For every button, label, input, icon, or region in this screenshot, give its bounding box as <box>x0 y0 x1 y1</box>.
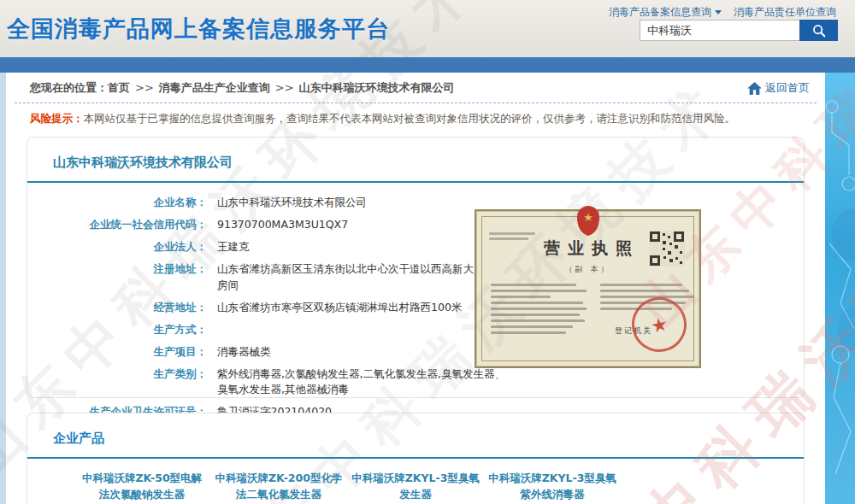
home-icon <box>747 82 762 95</box>
breadcrumb-separator: >> <box>275 81 294 94</box>
top-nav: 消毒产品备案信息查询 消毒产品责任单位查询 <box>609 5 836 20</box>
decorative-side-background <box>825 73 855 504</box>
breadcrumb: 您现在的位置：首页>>消毒产品生产企业查询>>山东中科瑞沃环境技术有限公司 <box>30 80 455 96</box>
field-label: 企业法人： <box>27 239 207 255</box>
field-value: 王建克 <box>217 239 250 255</box>
products-section-title: 企业产品 <box>27 413 804 447</box>
field-row-production-category: 生产类别： 紫外线消毒器,次氯酸钠发生器,二氧化氯发生器,臭氧发生器、臭氧水发生… <box>27 363 804 401</box>
product-link-zkyl3-ozone[interactable]: 中科瑞沃牌ZKYL-3型臭氧发生器 <box>351 470 481 503</box>
main-content: 您现在的位置：首页>>消毒产品生产企业查询>>山东中科瑞沃环境技术有限公司 返回… <box>0 73 825 504</box>
search-box <box>640 20 838 41</box>
panel-title-underline <box>27 181 804 183</box>
national-emblem-icon: ★ <box>574 203 603 239</box>
field-label: 企业名称： <box>27 195 207 210</box>
product-list: 中科瑞沃牌ZK-50型电解法次氯酸钠发生器 中科瑞沃牌ZK-200型化学法二氧化… <box>77 470 804 503</box>
return-home-link[interactable]: 返回首页 <box>747 80 810 96</box>
seal-star-icon: ★ <box>649 313 670 337</box>
header-divider-bar <box>0 57 855 73</box>
field-value: 山东中科瑞沃环境技术有限公司 <box>217 195 367 210</box>
field-label: 生产项目： <box>27 344 207 360</box>
search-button[interactable] <box>799 20 838 41</box>
page-header: 全国消毒产品网上备案信息服务平台 消毒产品备案信息查询 消毒产品责任单位查询 <box>0 0 855 57</box>
field-label: 生产类别： <box>27 366 207 397</box>
field-value: 91370700MA3M3U1QX7 <box>217 217 348 232</box>
products-panel: 企业产品 中科瑞沃牌ZK-50型电解法次氯酸钠发生器 中科瑞沃牌ZK-200型化… <box>27 413 805 504</box>
breadcrumb-home-link[interactable]: 首页 <box>108 81 130 94</box>
nav-record-info-query-label: 消毒产品备案信息查询 <box>609 5 711 20</box>
nav-responsible-unit-query[interactable]: 消毒产品责任单位查询 <box>734 5 836 20</box>
breadcrumb-category-link[interactable]: 消毒产品生产企业查询 <box>159 81 270 94</box>
business-license-image[interactable]: ★ <box>475 209 701 368</box>
product-link-zk50[interactable]: 中科瑞沃牌ZK-50型电解法次氯酸钠发生器 <box>77 470 207 503</box>
breadcrumb-current: 山东中科瑞沃环境技术有限公司 <box>299 81 455 94</box>
field-label: 经营地址： <box>27 300 207 315</box>
company-info-panel: 山东中科瑞沃环境技术有限公司 企业名称： 山东中科瑞沃环境技术有限公司 企业统一… <box>27 137 805 398</box>
nav-record-info-query[interactable]: 消毒产品备案信息查询 <box>609 5 722 20</box>
field-label: 企业统一社会信用代码： <box>27 217 207 232</box>
breadcrumb-row: 您现在的位置：首页>>消毒产品生产企业查询>>山东中科瑞沃环境技术有限公司 返回… <box>6 73 825 101</box>
search-input[interactable] <box>640 20 799 41</box>
breadcrumb-prefix: 您现在的位置： <box>30 81 108 94</box>
field-label: 注册地址： <box>27 261 207 292</box>
license-inner-border: ★ <box>481 216 694 361</box>
company-name-heading: 山东中科瑞沃环境技术有限公司 <box>27 138 804 171</box>
risk-notice: 风险提示：本网站仅基于已掌握的信息提供查询服务，查询结果不代表本网站对被查询对象… <box>6 103 825 132</box>
panel-title-underline <box>27 457 804 459</box>
site-title: 全国消毒产品网上备案信息服务平台 <box>7 14 390 44</box>
nav-responsible-unit-query-label: 消毒产品责任单位查询 <box>734 5 836 20</box>
field-value: 消毒器械类 <box>217 344 271 360</box>
product-link-zk200[interactable]: 中科瑞沃牌ZK-200型化学法二氧化氯发生器 <box>214 470 344 503</box>
chevron-down-icon <box>715 10 722 15</box>
field-value: 山东省潍坊高新区玉清东街以北中心次干道以西高新大厦502房间 <box>217 261 512 292</box>
search-icon <box>811 23 827 38</box>
return-home-label: 返回首页 <box>765 80 810 96</box>
field-value: 山东省潍坊市寒亭区双杨店镇湖淋埠出村路西100米 <box>217 300 462 315</box>
svg-text:★: ★ <box>583 211 593 224</box>
field-value: 紫外线消毒器,次氯酸钠发生器,二氧化氯发生器,臭氧发生器、臭氧水发生器,其他器械… <box>217 366 512 397</box>
license-left-text-lines <box>491 284 589 337</box>
risk-notice-label: 风险提示： <box>30 112 84 125</box>
risk-notice-text: 本网站仅基于已掌握的信息提供查询服务，查询结果不代表本网站对被查询对象信用状况的… <box>84 112 736 125</box>
product-link-zkyl3-uv[interactable]: 中科瑞沃牌ZKYL-3型臭氧紫外线消毒器 <box>487 470 617 503</box>
molecule-decoration <box>825 73 855 504</box>
license-qr-code <box>649 231 685 270</box>
breadcrumb-separator: >> <box>135 81 154 94</box>
license-number-lines <box>489 232 537 243</box>
field-label: 生产方式： <box>27 322 207 337</box>
